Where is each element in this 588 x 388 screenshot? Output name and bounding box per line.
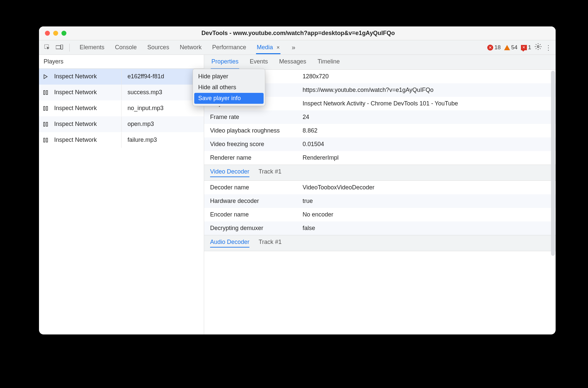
svg-rect-8 (44, 122, 45, 126)
svg-rect-10 (44, 138, 45, 142)
svg-rect-5 (46, 91, 48, 95)
property-key: Decoder name (210, 184, 303, 191)
error-icon: ✕ (487, 45, 493, 51)
players-header: Players (39, 55, 204, 69)
tab-elements[interactable]: Elements (79, 41, 105, 54)
property-value: true (303, 198, 550, 205)
property-row: Decoder nameVideoTooboxVideoDecoder (204, 181, 556, 194)
property-row: Hardware decodertrue (204, 194, 556, 208)
scrollbar[interactable] (551, 71, 555, 256)
svg-rect-6 (44, 106, 45, 110)
audio-decoder-section: Audio DecoderTrack #1 (204, 235, 556, 251)
player-row[interactable]: Inspect Networkno_input.mp3 (39, 100, 204, 116)
property-value: No encoder (303, 211, 550, 218)
pause-icon (39, 106, 52, 111)
property-row: Encoder nameNo encoder (204, 208, 556, 221)
svg-rect-2 (61, 45, 63, 49)
player-file: failure.mp3 (122, 136, 204, 143)
video-decoder-section: Video DecoderTrack #1 (204, 165, 556, 181)
warning-icon (504, 45, 510, 50)
player-row[interactable]: Inspect Networksuccess.mp3 (39, 85, 204, 100)
property-key: Hardware decoder (210, 198, 303, 205)
property-row: Renderer nameRendererImpl (204, 151, 556, 165)
player-name: Inspect Network (52, 116, 122, 132)
svg-rect-11 (46, 138, 48, 142)
player-file: open.mp3 (122, 121, 204, 128)
tab-media[interactable]: Media × (256, 41, 280, 54)
svg-rect-9 (46, 122, 48, 126)
property-value: VideoTooboxVideoDecoder (303, 184, 550, 191)
property-row: Video freezing score0.01504 (204, 137, 556, 151)
tab-sources[interactable]: Sources (147, 41, 170, 54)
context-menu-item[interactable]: Save player info (194, 93, 264, 104)
main-toolbar: Elements Console Sources Network Perform… (39, 40, 556, 55)
tab-performance[interactable]: Performance (211, 41, 247, 54)
inspect-element-icon[interactable] (44, 44, 52, 52)
titlebar: DevTools - www.youtube.com/watch?app=des… (39, 26, 556, 40)
players-panel: Players Inspect Networke162ff94-f81dInsp… (39, 55, 204, 334)
property-key: Encoder name (210, 211, 303, 218)
tab-media-label: Media (257, 44, 273, 51)
property-value: https://www.youtube.com/watch?v=e1gAyQuI… (303, 87, 550, 94)
close-tab-icon[interactable]: × (276, 45, 279, 50)
property-value: RendererImpl (303, 154, 550, 161)
player-name: Inspect Network (52, 85, 122, 100)
message-count[interactable]: ✕ 1 (521, 44, 531, 51)
svg-rect-1 (56, 46, 60, 49)
property-key: Video freezing score (210, 141, 303, 148)
warning-count[interactable]: 54 (504, 44, 518, 51)
player-row[interactable]: Inspect Networke162ff94-f81d (39, 69, 204, 85)
subtab-messages[interactable]: Messages (278, 55, 307, 69)
pause-icon (39, 122, 52, 127)
more-tabs-icon[interactable]: » (290, 44, 298, 52)
property-key: Decrypting demuxer (210, 225, 303, 232)
player-name: Inspect Network (52, 69, 122, 84)
player-row[interactable]: Inspect Networkfailure.mp3 (39, 132, 204, 148)
device-toolbar-icon[interactable] (55, 44, 63, 52)
property-value: 24 (303, 114, 550, 121)
play-icon (39, 74, 52, 79)
property-value: 8.862 (303, 127, 550, 134)
svg-rect-7 (46, 106, 48, 110)
tab-console[interactable]: Console (114, 41, 137, 54)
property-row: Frame rate24 (204, 110, 556, 124)
player-row[interactable]: Inspect Networkopen.mp3 (39, 116, 204, 132)
property-key: Video playback roughness (210, 127, 303, 134)
property-key: Renderer name (210, 154, 303, 161)
subtab-timeline[interactable]: Timeline (317, 55, 340, 69)
settings-icon[interactable] (534, 43, 542, 52)
tab-network[interactable]: Network (179, 41, 202, 54)
detail-subtabs: Properties Events Messages Timeline (204, 55, 556, 70)
devtools-window: DevTools - www.youtube.com/watch?app=des… (39, 26, 556, 334)
audio-decoder-link[interactable]: Audio Decoder (210, 239, 249, 248)
property-value: 1280x720 (303, 73, 550, 80)
window-title: DevTools - www.youtube.com/watch?app=des… (47, 30, 550, 37)
property-value: false (303, 225, 550, 232)
pause-icon (39, 137, 52, 143)
property-key: Frame rate (210, 114, 303, 121)
video-decoder-track: Track #1 (259, 168, 281, 177)
context-menu-item[interactable]: Hide player (194, 71, 264, 82)
player-file: success.mp3 (122, 89, 204, 96)
context-menu: Hide playerHide all othersSave player in… (193, 69, 265, 106)
player-file: no_input.mp3 (122, 105, 204, 112)
property-value: Inspect Network Activity - Chrome DevToo… (303, 100, 550, 107)
audio-decoder-track: Track #1 (259, 239, 281, 248)
property-row: Decrypting demuxerfalse (204, 221, 556, 235)
error-count[interactable]: ✕ 18 (487, 44, 501, 51)
subtab-events[interactable]: Events (249, 55, 269, 69)
property-row: Video playback roughness8.862 (204, 124, 556, 137)
player-name: Inspect Network (52, 132, 122, 148)
player-file: e162ff94-f81d (122, 73, 204, 80)
pause-icon (39, 90, 52, 95)
context-menu-item[interactable]: Hide all others (194, 82, 264, 93)
message-icon: ✕ (521, 45, 527, 50)
player-name: Inspect Network (52, 100, 122, 116)
more-options-icon[interactable]: ⋮ (545, 44, 551, 52)
subtab-properties[interactable]: Properties (211, 55, 239, 69)
svg-rect-4 (44, 91, 45, 95)
video-decoder-link[interactable]: Video Decoder (210, 168, 249, 177)
panel-tabs: Elements Console Sources Network Perform… (74, 41, 298, 54)
svg-point-3 (537, 46, 539, 48)
property-value: 0.01504 (303, 141, 550, 148)
